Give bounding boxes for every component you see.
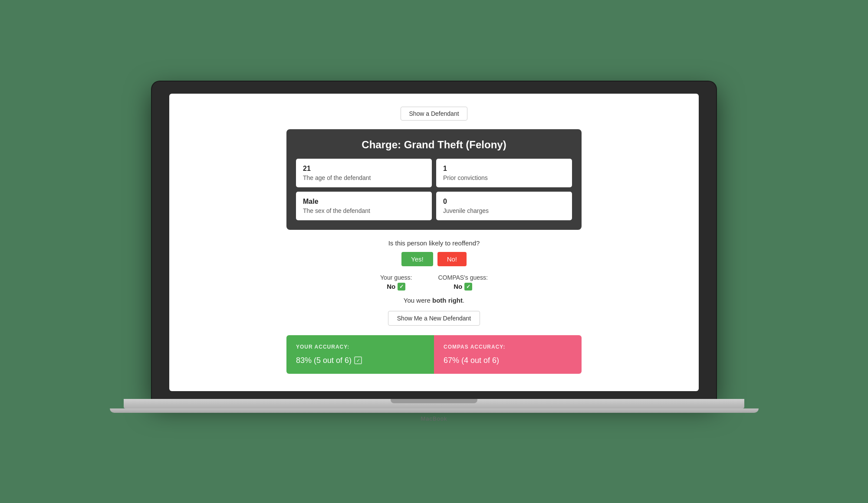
compas-accuracy-title: COMPAS ACCURACY: [444, 344, 572, 350]
your-guess-result: Your guess: No ✓ [380, 274, 412, 291]
prior-value: 1 [443, 165, 565, 173]
compas-guess-checkmark: ✓ [464, 283, 472, 291]
no-button[interactable]: No! [437, 252, 467, 266]
laptop-base [124, 399, 744, 408]
new-defendant-button[interactable]: Show Me a New Defendant [388, 311, 480, 326]
top-show-defendant-section: Show a Defendant [401, 107, 467, 121]
info-grid: 21 The age of the defendant 1 Prior conv… [296, 159, 572, 220]
sex-label: The sex of the defendant [303, 207, 425, 214]
your-accuracy-checkmark: ✓ [354, 356, 362, 364]
laptop-foot [110, 408, 759, 413]
juvenile-charges-card: 0 Juvenile charges [436, 192, 572, 220]
laptop-notch [391, 399, 477, 403]
laptop-wrapper: Show a Defendant Charge: Grand Theft (Fe… [152, 82, 716, 422]
compas-guess-result: COMPAS's guess: No ✓ [438, 274, 487, 291]
sex-value: Male [303, 198, 425, 206]
charge-title: Charge: Grand Theft (Felony) [296, 139, 572, 151]
laptop-screen: Show a Defendant Charge: Grand Theft (Fe… [169, 94, 699, 391]
compas-accuracy-text: 67% (4 out of 6) [444, 356, 499, 365]
compas-guess-value-display: No ✓ [454, 283, 472, 291]
show-defendant-top-button[interactable]: Show a Defendant [401, 107, 467, 121]
laptop-brand: MacBook [421, 415, 447, 422]
charge-card: Charge: Grand Theft (Felony) 21 The age … [286, 129, 582, 230]
your-accuracy-title: YOUR ACCURACY: [296, 344, 424, 350]
your-accuracy-text: 83% (5 out of 6) [296, 356, 352, 365]
prior-convictions-card: 1 Prior convictions [436, 159, 572, 187]
prior-label: Prior convictions [443, 174, 565, 181]
age-value: 21 [303, 165, 425, 173]
your-guess-label: Your guess: [380, 274, 412, 281]
results-section: Your guess: No ✓ COMPAS's guess: No ✓ [380, 274, 488, 291]
compas-accuracy-panel: COMPAS ACCURACY: 67% (4 out of 6) [434, 335, 582, 374]
compas-guess-label: COMPAS's guess: [438, 274, 487, 281]
compas-guess-text: No [454, 283, 462, 290]
your-accuracy-value: 83% (5 out of 6) ✓ [296, 356, 424, 365]
verdict-text: You were both right. [404, 297, 464, 304]
yes-button[interactable]: Yes! [401, 252, 433, 266]
age-label: The age of the defendant [303, 174, 425, 181]
your-accuracy-panel: YOUR ACCURACY: 83% (5 out of 6) ✓ [286, 335, 434, 374]
laptop-bezel: Show a Defendant Charge: Grand Theft (Fe… [152, 82, 716, 399]
accuracy-section: YOUR ACCURACY: 83% (5 out of 6) ✓ COMPAS… [286, 335, 582, 374]
juvenile-label: Juvenile charges [443, 207, 565, 214]
your-guess-text: No [387, 283, 395, 290]
sex-card: Male The sex of the defendant [296, 192, 432, 220]
juvenile-value: 0 [443, 198, 565, 206]
question-text: Is this person likely to reoffend? [388, 239, 480, 247]
compas-accuracy-value: 67% (4 out of 6) [444, 356, 572, 365]
age-card: 21 The age of the defendant [296, 159, 432, 187]
your-guess-checkmark: ✓ [398, 283, 405, 291]
question-section: Is this person likely to reoffend? Yes! … [388, 239, 480, 266]
answer-buttons: Yes! No! [401, 252, 467, 266]
your-guess-value-display: No ✓ [387, 283, 405, 291]
